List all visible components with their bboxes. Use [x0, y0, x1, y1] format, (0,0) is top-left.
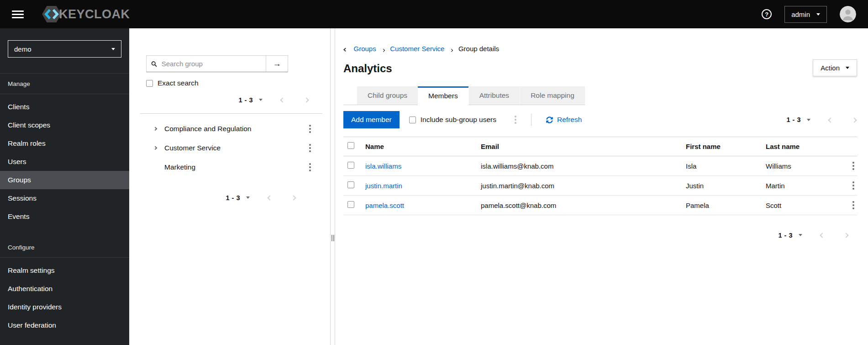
search-group-input[interactable] [161, 59, 261, 68]
keycloak-logo[interactable]: KEYCLOAK [42, 5, 130, 23]
table-row: justin.martin justin.martin@knab.com Jus… [343, 176, 857, 196]
search-submit-button[interactable]: → [266, 55, 288, 72]
select-all-checkbox[interactable] [347, 142, 354, 149]
sidebar-item-realm-roles[interactable]: Realm roles [0, 134, 129, 153]
sidebar-item-sessions[interactable]: Sessions [0, 189, 129, 207]
pagination-label[interactable]: 1 - 3 [786, 116, 801, 123]
panel-resizer[interactable] [331, 28, 335, 345]
pagination-prev-button[interactable] [820, 231, 825, 239]
tab-attributes[interactable]: Attributes [468, 86, 520, 105]
refresh-icon [546, 117, 553, 123]
pagination-label[interactable]: 1 - 3 [226, 194, 240, 202]
caret-down-icon [846, 67, 849, 69]
grip-icon [331, 235, 334, 241]
column-header-email: Email [481, 143, 686, 150]
cell-first-name: Isla [686, 162, 766, 170]
avatar[interactable] [840, 6, 856, 22]
expand-toggle-button[interactable] [151, 127, 160, 131]
avatar-icon [840, 6, 856, 22]
kebab-menu-button[interactable] [306, 142, 314, 154]
group-label[interactable]: Customer Service [164, 144, 221, 152]
sidebar-item-users[interactable]: Users [0, 153, 129, 171]
breadcrumb-link-customer-service[interactable]: Customer Service [390, 45, 444, 53]
sidebar-item-client-scopes[interactable]: Client scopes [0, 116, 129, 134]
pagination-next-button[interactable] [304, 96, 309, 104]
search-box [146, 55, 266, 72]
caret-down-icon[interactable] [799, 234, 802, 236]
group-label[interactable]: Compliance and Regulation [164, 125, 251, 133]
pagination-next-button[interactable] [291, 193, 296, 202]
kebab-icon [852, 201, 854, 203]
realm-selector[interactable]: demo [8, 40, 121, 58]
caret-down-icon[interactable] [807, 119, 810, 121]
row-kebab-menu-button[interactable] [850, 180, 857, 191]
kebab-icon [309, 144, 311, 146]
row-kebab-menu-button[interactable] [850, 199, 857, 211]
members-pagination-bottom: 1 - 3 [343, 231, 857, 239]
help-icon[interactable]: ? [762, 9, 772, 19]
group-tree-item-compliance-and-regulation[interactable]: Compliance and Regulation [146, 119, 330, 138]
sidebar-item-groups[interactable]: Groups [0, 171, 129, 189]
username-label: admin [791, 11, 810, 18]
sidebar-item-identity-providers[interactable]: Identity providers [0, 298, 129, 316]
pagination-next-button[interactable] [843, 231, 849, 239]
sidebar-item-clients[interactable]: Clients [0, 98, 129, 116]
breadcrumb-separator-icon [450, 45, 452, 53]
sidebar-item-authentication[interactable]: Authentication [0, 280, 129, 298]
chevron-left-icon [828, 117, 833, 122]
add-member-button[interactable]: Add member [343, 111, 400, 128]
pagination-prev-button[interactable] [267, 193, 273, 202]
kebab-menu-button[interactable] [306, 161, 314, 173]
pagination-label[interactable]: 1 - 3 [778, 232, 793, 239]
chevron-right-icon [843, 233, 848, 238]
include-subgroups-checkbox[interactable] [409, 117, 416, 123]
caret-down-icon[interactable] [259, 99, 263, 101]
tab-role-mapping[interactable]: Role mapping [520, 86, 585, 105]
caret-down-icon[interactable] [246, 196, 250, 199]
refresh-button[interactable]: Refresh [543, 115, 584, 124]
exact-search-checkbox[interactable] [146, 80, 153, 87]
kebab-menu-button[interactable] [512, 114, 519, 126]
pagination-prev-button[interactable] [280, 96, 285, 104]
chevron-right-icon [153, 146, 157, 150]
cell-first-name: Justin [686, 182, 766, 190]
row-checkbox[interactable] [347, 162, 354, 169]
tab-child-groups[interactable]: Child groups [357, 86, 418, 105]
action-dropdown-button[interactable]: Action [813, 59, 857, 76]
include-subgroups-label: Include sub-group users [421, 116, 496, 124]
keycloak-logo-icon [42, 5, 61, 23]
sidebar-item-realm-settings[interactable]: Realm settings [0, 261, 129, 280]
hamburger-menu-icon[interactable] [12, 11, 24, 18]
breadcrumb-link-groups[interactable]: Groups [354, 45, 376, 53]
group-tree-item-customer-service[interactable]: Customer Service [146, 138, 330, 158]
pagination-prev-button[interactable] [828, 116, 833, 124]
chevron-left-icon [820, 233, 825, 238]
user-menu-button[interactable]: admin [784, 6, 827, 23]
member-name-link[interactable]: justin.martin [365, 182, 481, 190]
kebab-menu-button[interactable] [306, 123, 314, 135]
row-checkbox[interactable] [347, 181, 354, 188]
tabs-lead-spacer [343, 86, 357, 105]
nav-sidebar: demo Manage Clients Client scopes Realm … [0, 28, 129, 345]
row-kebab-menu-button[interactable] [850, 160, 857, 172]
nav-section-manage: Manage [0, 74, 129, 94]
pagination-next-button[interactable] [852, 116, 857, 124]
pagination-label[interactable]: 1 - 3 [238, 96, 253, 104]
group-tree: Compliance and Regulation Customer Servi… [146, 119, 330, 177]
cell-last-name: Scott [766, 202, 837, 209]
cell-email: isla.williams@knab.com [481, 162, 686, 170]
expand-toggle-button[interactable] [151, 146, 160, 150]
row-checkbox[interactable] [347, 201, 354, 208]
breadcrumb-back-button[interactable] [343, 45, 348, 52]
sidebar-item-user-federation[interactable]: User federation [0, 316, 129, 334]
member-name-link[interactable]: pamela.scott [365, 202, 481, 209]
group-label[interactable]: Marketing [164, 163, 195, 171]
group-tree-item-marketing[interactable]: Marketing [146, 158, 330, 177]
member-name-link[interactable]: isla.williams [365, 162, 481, 170]
masthead: KEYCLOAK ? admin [0, 0, 868, 28]
members-pagination-top: 1 - 3 [786, 116, 857, 124]
tab-members[interactable]: Members [418, 86, 468, 105]
groups-pagination-top: 1 - 3 [146, 96, 330, 104]
kebab-icon [309, 163, 311, 165]
sidebar-item-events[interactable]: Events [0, 207, 129, 226]
